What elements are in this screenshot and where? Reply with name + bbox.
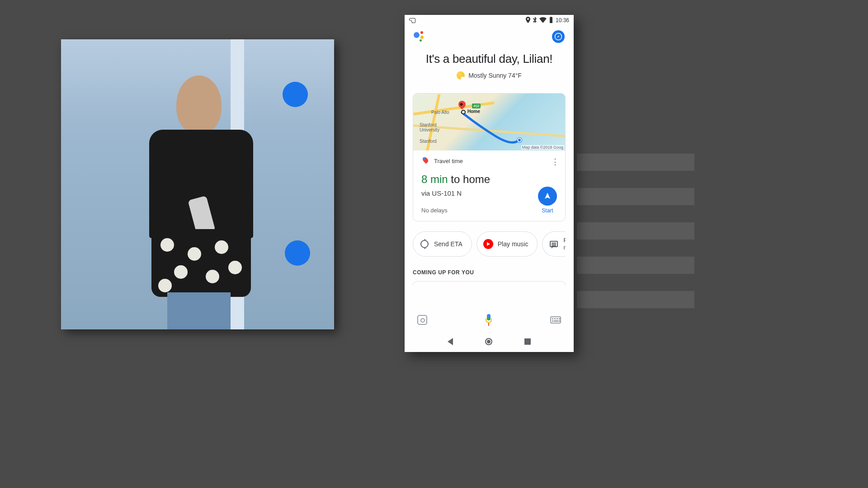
nav-home-button[interactable]	[485, 338, 492, 345]
battery-icon	[549, 17, 553, 24]
status-bar: 10:36	[405, 15, 574, 26]
suggestion-chips-row: Send ETA Play music Reames	[413, 231, 566, 257]
coming-up-section-header: COMING UP FOR YOU	[413, 269, 566, 276]
google-maps-icon	[421, 157, 429, 165]
microphone-button[interactable]	[485, 314, 493, 326]
weather-text: Mostly Sunny 74°F	[468, 72, 522, 79]
send-eta-chip[interactable]: Send ETA	[413, 231, 472, 257]
weather-summary: Mostly Sunny 74°F	[405, 71, 574, 80]
nav-recent-apps-button[interactable]	[524, 338, 531, 345]
presenter-photo	[61, 39, 334, 329]
android-navigation-bar	[405, 331, 574, 352]
phone-device-frame: 10:36 It's a beautiful day, Lilian! Most…	[405, 15, 574, 352]
wifi-icon	[539, 17, 547, 23]
route-line	[458, 111, 540, 147]
content-scroll-area[interactable]: Palo Alto Home Stanford University Stanf…	[405, 93, 574, 309]
navigation-arrow-icon	[543, 192, 552, 200]
map-thumbnail: Palo Alto Home Stanford University Stanf…	[413, 94, 565, 150]
map-current-location-icon	[517, 138, 522, 142]
map-attribution: Map data ©2018 Goog	[521, 145, 564, 150]
read-messages-chip[interactable]: Reames	[542, 231, 566, 257]
travel-destination: to home	[448, 173, 490, 185]
message-icon	[550, 241, 558, 247]
status-time: 10:36	[556, 17, 569, 23]
map-university-label-2: Stanford	[420, 139, 437, 144]
travel-time-heading: 8 min to home	[421, 173, 557, 186]
youtube-music-icon	[483, 239, 493, 249]
crosshair-icon	[420, 240, 429, 248]
read-messages-label: Reames	[563, 237, 566, 251]
compass-icon	[554, 33, 562, 41]
location-icon	[526, 17, 530, 24]
upcoming-card-peek[interactable]	[413, 281, 566, 286]
nav-back-button[interactable]	[448, 338, 453, 345]
travel-time-card[interactable]: Palo Alto Home Stanford University Stanf…	[413, 93, 566, 221]
greeting-title: It's a beautiful day, Lilian!	[405, 52, 574, 66]
travel-traffic-status: No delays	[421, 207, 557, 214]
travel-route: via US-101 N	[421, 189, 557, 197]
map-university-label-1: Stanford University	[420, 122, 439, 132]
explore-button[interactable]	[552, 30, 565, 43]
play-music-label: Play music	[498, 240, 528, 248]
travel-duration: 8 min	[421, 173, 448, 185]
card-overflow-button[interactable]: ⋮	[551, 157, 559, 167]
keyboard-button[interactable]	[550, 316, 561, 324]
google-lens-button[interactable]	[417, 315, 427, 325]
map-home-marker-icon	[461, 110, 466, 114]
mostly-sunny-icon	[457, 71, 465, 80]
google-assistant-logo-icon	[414, 31, 425, 42]
map-city-label: Palo Alto	[431, 110, 449, 115]
play-music-chip[interactable]: Play music	[476, 231, 538, 257]
assistant-input-bar	[405, 309, 574, 331]
map-road-badge: 402	[472, 103, 481, 108]
assistant-header	[405, 26, 574, 47]
travel-card-title: Travel time	[434, 158, 463, 164]
cast-icon	[409, 18, 415, 23]
start-navigation-label: Start	[538, 207, 557, 214]
bluetooth-icon	[533, 17, 537, 24]
background-stripes	[577, 154, 694, 334]
send-eta-label: Send ETA	[434, 240, 462, 248]
start-navigation-button[interactable]	[538, 187, 557, 206]
